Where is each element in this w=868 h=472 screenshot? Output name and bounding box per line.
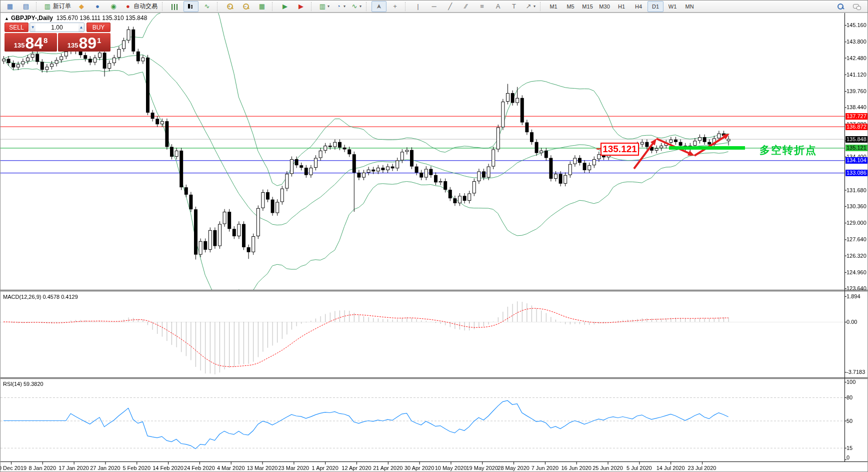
main-toolbar: ▦▤▥新订单◆●◉●自动交易∿+−▦▶▶▥▾◔▾∿▾➤+|─╱⁄⁄≡AT↗▾M1…: [0, 1, 868, 13]
oneclick-collapse-arrow[interactable]: ▲: [4, 16, 9, 21]
toolbar-right: [832, 1, 868, 12]
price-tick-label: 123.640: [846, 285, 868, 291]
toolbar-group: ▥▾◔▾∿▾: [316, 1, 364, 13]
signals-button[interactable]: ◉: [106, 1, 121, 12]
toolbar-group: |─╱⁄⁄≡AT↗▾: [410, 1, 538, 13]
date-label: 10 May 2020: [435, 465, 467, 471]
date-label: 14 Jul 2020: [656, 465, 685, 471]
autotrading-button[interactable]: ●自动交易: [122, 1, 160, 12]
macd-axis-label: 1.894: [846, 293, 860, 299]
timeframe-m1[interactable]: M1: [546, 1, 562, 12]
date-label: 1 Apr 2020: [312, 465, 338, 471]
new-chart-button[interactable]: ▥▾: [316, 1, 332, 12]
periods-button[interactable]: ◔▾: [332, 1, 348, 12]
volume-up-button[interactable]: ▲: [78, 23, 84, 32]
cursor-icon: ➤: [375, 3, 383, 11]
cursor-button[interactable]: ➤: [372, 1, 386, 12]
date-label: 24 Feb 2020: [184, 465, 215, 471]
shapes-button[interactable]: ↗▾: [522, 1, 538, 12]
price-tick-label: 145.160: [846, 22, 868, 28]
date-label: 5 Feb 2020: [122, 465, 150, 471]
history-center-button[interactable]: ◆: [74, 1, 89, 12]
buy-price-display[interactable]: 135 89 1: [58, 33, 110, 52]
turning-point-text[interactable]: 多空转折点: [760, 143, 817, 157]
price-tag: 137.727: [846, 113, 868, 120]
chart-shift-button[interactable]: ▶: [294, 1, 308, 12]
chart-title: ▲GBPJPY-,Daily 135.670 136.111 135.310 1…: [4, 15, 147, 22]
timeframe-mn[interactable]: MN: [682, 1, 698, 12]
volume-input[interactable]: [36, 23, 78, 32]
chart-window-icon: ▦: [6, 3, 14, 11]
indicators-button[interactable]: ∿▾: [348, 1, 364, 12]
channel-button[interactable]: ⁄⁄: [458, 1, 474, 12]
tile-windows-button[interactable]: ▦: [254, 1, 270, 12]
fibonacci-button[interactable]: ≡: [474, 1, 490, 12]
data-window-button[interactable]: ▤: [18, 1, 34, 12]
price-tag: 136.872: [846, 124, 868, 130]
candle-chart-button[interactable]: [184, 1, 198, 12]
zoom-out-icon: −: [242, 3, 250, 11]
charts-list-button[interactable]: ▦: [2, 1, 18, 12]
new-order-button[interactable]: ▥新订单: [42, 1, 73, 12]
chart-shift-icon: ▶: [297, 3, 305, 11]
price-chart-canvas[interactable]: [0, 1, 868, 472]
timeframe-h4[interactable]: H4: [630, 1, 646, 12]
search-icon: [836, 3, 844, 11]
timeframe-m30[interactable]: M30: [596, 1, 612, 12]
one-click-trading-panel: SELL ▼ ▲ BUY 135 84 8 135 89 1: [4, 23, 110, 52]
buy-button[interactable]: BUY: [86, 23, 110, 32]
date-label: 16 Jun 2020: [561, 465, 592, 471]
timeframe-w1[interactable]: W1: [664, 1, 680, 12]
horizontal-line-button[interactable]: ─: [426, 1, 442, 12]
macd-axis-label: 0.00: [846, 319, 857, 325]
macd-axis-label: -3.7183: [846, 369, 865, 375]
date-label: 4 Mar 2020: [217, 465, 245, 471]
search-button[interactable]: [833, 1, 848, 12]
toolbar-separator: [162, 2, 165, 11]
turning-point-bar[interactable]: [669, 146, 745, 150]
date-label: 5 Jul 2020: [626, 465, 652, 471]
price-tick-label: 130.360: [846, 203, 868, 209]
horizontal-line-icon: ─: [430, 3, 438, 11]
toolbar-group: ▥新订单◆●◉●自动交易: [40, 1, 160, 13]
new-order-button-label: 新订单: [53, 2, 71, 11]
bar-chart-button[interactable]: [168, 1, 182, 12]
crosshair-button[interactable]: +: [388, 1, 402, 12]
auto-scroll-button[interactable]: ▶: [278, 1, 292, 12]
buy-price-prefix: 135: [68, 42, 78, 49]
label-button[interactable]: T: [506, 1, 522, 12]
timeframe-d1[interactable]: D1: [648, 1, 664, 12]
date-label: 30 Dec 2019: [0, 465, 26, 471]
toolbar-separator: [217, 2, 220, 11]
autotrade-icon: ●: [124, 3, 132, 11]
new-chart-icon: ▥: [318, 3, 326, 11]
line-chart-icon: ∿: [203, 3, 211, 11]
price-annotation-box[interactable]: 135.121: [600, 143, 639, 156]
community-button[interactable]: ●: [90, 1, 105, 12]
price-tick-label: 124.960: [846, 269, 868, 275]
chevron-down-icon: ▾: [344, 4, 346, 9]
date-label: 23 Jul 2020: [688, 465, 716, 471]
label-icon: T: [510, 3, 518, 11]
volume-down-button[interactable]: ▼: [30, 23, 36, 32]
line-chart-button[interactable]: ∿: [200, 1, 214, 12]
timeframe-group: M1M5M15M30H1H4D1W1MN: [544, 1, 698, 13]
toolbar-group: +−▦: [222, 1, 270, 13]
macd-indicator-label: MACD(12,26,9) 0.4578 0.4129: [3, 294, 78, 300]
text-button[interactable]: A: [490, 1, 506, 12]
timeframe-h1[interactable]: H1: [614, 1, 630, 12]
candlestick-icon: [187, 3, 195, 11]
sell-button[interactable]: SELL: [4, 23, 28, 32]
sell-price-display[interactable]: 135 84 8: [4, 33, 57, 52]
timeframe-m15[interactable]: M15: [580, 1, 596, 12]
chat-button[interactable]: [849, 1, 864, 12]
zoom-in-button[interactable]: +: [222, 1, 238, 12]
vertical-line-button[interactable]: |: [410, 1, 426, 12]
date-label: 12 Apr 2020: [342, 465, 371, 471]
zoom-out-button[interactable]: −: [238, 1, 254, 12]
timeframe-m5[interactable]: M5: [562, 1, 578, 12]
trendline-button[interactable]: ╱: [442, 1, 458, 12]
price-tick-label: 141.120: [846, 72, 868, 78]
date-label: 23 Mar 2020: [278, 465, 309, 471]
price-tick-label: 139.760: [846, 88, 868, 94]
